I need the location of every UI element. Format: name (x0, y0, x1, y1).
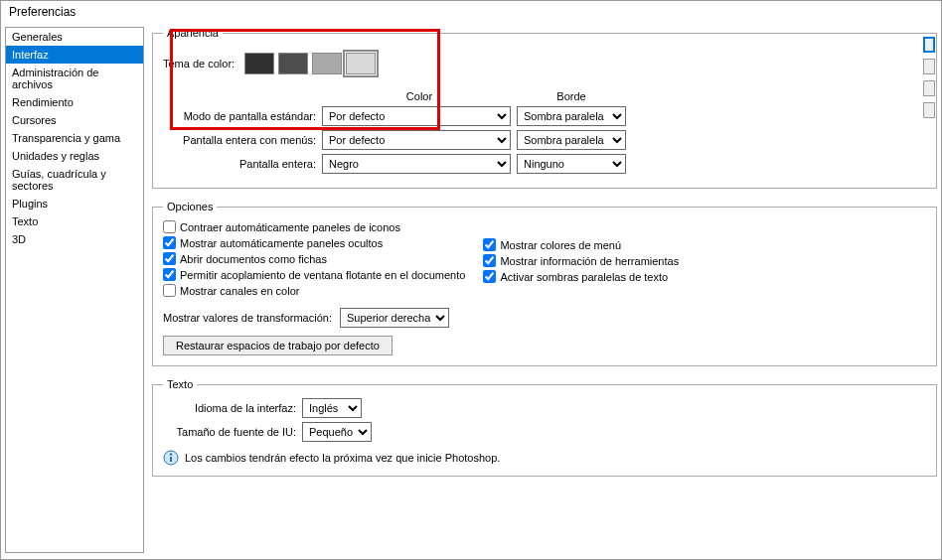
svg-point-2 (170, 453, 172, 455)
font-label: Tamaño de fuente de IU: (163, 426, 302, 438)
cb-left-2[interactable] (163, 252, 176, 265)
row1-border-select[interactable]: Sombra paralela (517, 130, 626, 150)
opt-left-2[interactable]: Abrir documentos como fichas (163, 252, 465, 265)
restore-workspaces-button[interactable]: Restaurar espacios de trabajo por defect… (163, 336, 392, 355)
cb-left-1[interactable] (163, 236, 176, 249)
apariencia-group: Apariencia Tema de color: Color Borde Mo… (152, 27, 937, 189)
cb-right-0[interactable] (483, 238, 496, 251)
sidebar-item-interfaz[interactable]: Interfaz (6, 46, 143, 64)
color-swatch-0[interactable] (244, 53, 274, 74)
transform-select[interactable]: Superior derecha (340, 308, 449, 328)
info-icon (163, 450, 179, 466)
info-text: Los cambios tendrán efecto la próxima ve… (185, 452, 500, 464)
lang-label: Idioma de la interfaz: (163, 402, 302, 414)
preferences-window: Preferencias Generales Interfaz Administ… (0, 0, 942, 560)
transform-label: Mostrar valores de transformación: (163, 312, 332, 324)
row2-border-select[interactable]: Ninguno (517, 154, 626, 174)
row0-color-select[interactable]: Por defecto (322, 106, 511, 126)
lang-select[interactable]: Inglés (302, 398, 362, 418)
hdr-color: Color (322, 90, 517, 102)
opt-right-0[interactable]: Mostrar colores de menú (483, 238, 679, 251)
color-swatch-2[interactable] (312, 53, 342, 74)
apariencia-title: Apariencia (163, 27, 223, 39)
row1-color-select[interactable]: Por defecto (322, 130, 511, 150)
opt-left-4[interactable]: Mostrar canales en color (163, 284, 465, 297)
sidebar-item-cursors[interactable]: Cursores (6, 111, 143, 129)
category-sidebar: Generales Interfaz Administración de arc… (5, 27, 144, 553)
opciones-group: Opciones Contraer automáticamente panele… (152, 201, 937, 366)
hdr-border: Borde (517, 90, 626, 102)
font-select[interactable]: Pequeño (302, 422, 372, 442)
row1-label: Pantalla entera con menús: (163, 134, 322, 146)
hdr-spacer (163, 90, 322, 102)
sidebar-item-3d[interactable]: 3D (6, 230, 143, 248)
svg-rect-1 (170, 457, 172, 462)
sidebar-item-transparency[interactable]: Transparencia y gama (6, 129, 143, 147)
row2-color-select[interactable]: Negro (322, 154, 511, 174)
texto-group: Texto Idioma de la interfaz: Inglés Tama… (152, 378, 937, 477)
window-title: Preferencias (1, 1, 941, 23)
opt-right-1[interactable]: Mostrar información de herramientas (483, 254, 679, 267)
row2-label: Pantalla entera: (163, 158, 322, 170)
opt-right-2[interactable]: Activar sombras paralelas de texto (483, 270, 679, 283)
cb-right-2[interactable] (483, 270, 496, 283)
sidebar-item-plugins[interactable]: Plugins (6, 195, 143, 212)
row0-border-select[interactable]: Sombra paralela (517, 106, 626, 126)
sidebar-item-type[interactable]: Texto (6, 212, 143, 230)
texto-title: Texto (163, 378, 197, 390)
cb-left-3[interactable] (163, 268, 176, 281)
cb-left-4[interactable] (163, 284, 176, 297)
sidebar-item-guides[interactable]: Guías, cuadrícula y sectores (6, 165, 143, 195)
color-swatch-1[interactable] (278, 53, 308, 74)
sidebar-item-file-handling[interactable]: Administración de archivos (6, 64, 143, 93)
opt-left-3[interactable]: Permitir acoplamiento de ventana flotant… (163, 268, 465, 281)
sidebar-item-generales[interactable]: Generales (6, 28, 143, 46)
cb-left-0[interactable] (163, 220, 176, 233)
sidebar-item-performance[interactable]: Rendimiento (6, 93, 143, 111)
sidebar-item-units[interactable]: Unidades y reglas (6, 147, 143, 165)
tema-label: Tema de color: (163, 58, 235, 70)
main-panel: Apariencia Tema de color: Color Borde Mo… (152, 27, 937, 553)
opciones-title: Opciones (163, 201, 217, 212)
color-swatch-3[interactable] (346, 53, 376, 74)
opt-left-1[interactable]: Mostrar automáticamente paneles ocultos (163, 236, 465, 249)
cb-right-1[interactable] (483, 254, 496, 267)
row0-label: Modo de pantalla estándar: (163, 110, 322, 122)
opt-left-0[interactable]: Contraer automáticamente paneles de icon… (163, 220, 465, 233)
